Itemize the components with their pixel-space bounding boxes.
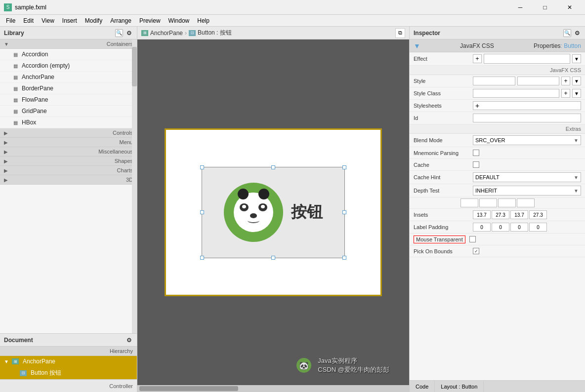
canvas-area[interactable]: 按钮 🐼 Java实例程序 CSDN @爱吃牛肉的彭彭 (137, 39, 409, 385)
tab-code[interactable]: Code (410, 381, 435, 392)
library-item-anchorpane[interactable]: ▦ AnchorPane (0, 72, 137, 83)
handle-bottom-right[interactable] (342, 256, 346, 260)
effect-dropdown-btn[interactable]: ▼ (572, 54, 581, 63)
style-class-value: + ▼ (473, 89, 581, 98)
style-plus-btn[interactable]: + (561, 77, 570, 85)
menu-view[interactable]: View (38, 16, 58, 25)
handle-bottom-left[interactable] (200, 256, 204, 260)
insets-val3[interactable] (510, 210, 528, 219)
style-class-plus-btn[interactable]: + (561, 89, 570, 98)
panda-ear-left (238, 189, 249, 199)
label-pad-val3[interactable] (510, 223, 528, 232)
cache-hint-select[interactable]: DEFAULT ▼ (473, 172, 581, 182)
library-gear-icon[interactable]: ⚙ (125, 29, 133, 37)
library-item-hbox[interactable]: ▦ HBox (0, 117, 137, 128)
breadcrumb-button[interactable]: ⊡ Button : 按钮 (189, 29, 232, 37)
button-node-icon: ⊡ (20, 370, 27, 376)
breadcrumb-anchorpane[interactable]: ⊞ AnchorPane (141, 30, 183, 37)
insets-value (473, 210, 581, 219)
insets-top-right[interactable] (479, 198, 497, 207)
hierarchy-item-button[interactable]: ⊡ Button 按钮 (0, 367, 137, 379)
cache-hint-arrow: ▼ (574, 175, 579, 180)
insets-val1[interactable] (473, 210, 491, 219)
containers-section-header[interactable]: ▼ Containers (0, 39, 137, 49)
menu-preview[interactable]: Preview (135, 16, 165, 25)
label-pad-val1[interactable] (473, 223, 491, 232)
menu-arrange[interactable]: Arrange (106, 16, 135, 25)
canvas-hscrollbar[interactable] (137, 385, 409, 392)
insets-val2[interactable] (492, 210, 509, 219)
cache-checkbox[interactable] (473, 161, 479, 168)
style-dropdown-btn[interactable]: ▼ (572, 77, 581, 85)
library-item-accordion[interactable]: ▦ Accordion (0, 49, 137, 60)
pick-on-bounds-checkbox[interactable]: ✓ (473, 248, 479, 254)
javafx-css-label: JavaFX CSS (410, 66, 585, 75)
insets-top-left[interactable] (517, 198, 535, 207)
handle-middle-left[interactable] (200, 210, 204, 214)
insets-val4[interactable] (529, 210, 547, 219)
close-button[interactable]: ✕ (558, 0, 581, 15)
controls-section-header[interactable]: ▶ Controls (0, 128, 137, 138)
charts-section-header[interactable]: ▶ Charts (0, 166, 137, 175)
minimize-button[interactable]: ─ (509, 0, 532, 15)
library-item-gridpane[interactable]: ▦ GridPane (0, 106, 137, 117)
label-pad-val2[interactable] (492, 223, 509, 232)
extras-section-title: Extras (410, 124, 585, 134)
style-class-dropdown-btn[interactable]: ▼ (572, 89, 581, 98)
effect-input[interactable] (484, 54, 570, 64)
library-item-borderpane[interactable]: ▦ BorderPane (0, 83, 137, 94)
style-input1[interactable] (473, 77, 515, 85)
hierarchy-item-anchorpane[interactable]: ▼ ⊞ AnchorPane (0, 356, 137, 367)
inspector-gear-icon[interactable]: ⚙ (573, 29, 581, 37)
insets-row: Insets (410, 209, 585, 221)
stylesheets-plus-area[interactable]: + (473, 101, 581, 110)
menu-help[interactable]: Help (193, 16, 213, 25)
blend-mode-arrow: ▼ (574, 138, 579, 143)
effect-plus-btn[interactable]: + (473, 54, 482, 63)
handle-top-center[interactable] (271, 165, 275, 169)
library-scrollbar[interactable] (132, 39, 137, 333)
handle-top-left[interactable] (200, 165, 204, 169)
maximize-button[interactable]: □ (534, 0, 556, 15)
blend-mode-select[interactable]: SRC_OVER ▼ (473, 135, 581, 145)
menu-window[interactable]: Window (165, 16, 194, 25)
style-value: + ▼ (473, 77, 581, 85)
insets-top-bottom[interactable] (498, 198, 516, 207)
mnemonic-parsing-checkbox[interactable] (473, 150, 479, 156)
selected-button-element[interactable]: 按钮 (202, 167, 345, 258)
style-class-label: Style Class (414, 90, 473, 96)
inspector-search-icon[interactable]: 🔍 (563, 29, 571, 37)
id-input[interactable] (473, 114, 581, 122)
handle-bottom-center[interactable] (271, 256, 275, 260)
anchorpane-tree-label: AnchorPane (23, 358, 55, 365)
menu-edit[interactable]: Edit (19, 16, 38, 25)
canvas-copy-icon[interactable]: ⧉ (395, 28, 405, 38)
library-item-flowpane[interactable]: ▦ FlowPane (0, 94, 137, 106)
shapes-label: Shapes (115, 158, 133, 164)
library-scrollbar-thumb[interactable] (132, 47, 137, 86)
depth-test-label: Depth Test (414, 188, 473, 194)
shapes-section-header[interactable]: ▶ Shapes (0, 157, 137, 166)
handle-middle-right[interactable] (342, 210, 346, 214)
style-class-input[interactable] (473, 89, 559, 98)
menu-insert[interactable]: Insert (58, 16, 81, 25)
tab-layout[interactable]: Layout : Button (435, 381, 484, 392)
filter-arrow-icon[interactable]: ▼ (414, 42, 420, 50)
style-input2[interactable] (517, 77, 560, 85)
document-gear-icon[interactable]: ⚙ (125, 336, 133, 344)
canvas-hscrollbar-thumb[interactable] (139, 386, 238, 391)
library-item-accordion-empty[interactable]: ▦ Accordion (empty) (0, 60, 137, 72)
menu-section-header[interactable]: ▶ Menu (0, 138, 137, 147)
panda-nose (250, 213, 257, 218)
misc-section-header[interactable]: ▶ Miscellaneous (0, 147, 137, 157)
insets-top-top[interactable] (460, 198, 478, 207)
menu-modify[interactable]: Modify (81, 16, 106, 25)
mouse-transparent-checkbox[interactable] (469, 236, 476, 242)
library-search-icon[interactable]: 🔍 (115, 29, 123, 37)
menu-file[interactable]: File (2, 16, 19, 25)
label-pad-val4[interactable] (529, 223, 547, 232)
threed-section-header[interactable]: ▶ 3D (0, 175, 137, 185)
handle-top-right[interactable] (342, 165, 346, 169)
library-scroll-area: ▼ Containers ▦ Accordion ▦ Accordion (em… (0, 39, 137, 333)
depth-test-select[interactable]: INHERIT ▼ (473, 186, 581, 196)
